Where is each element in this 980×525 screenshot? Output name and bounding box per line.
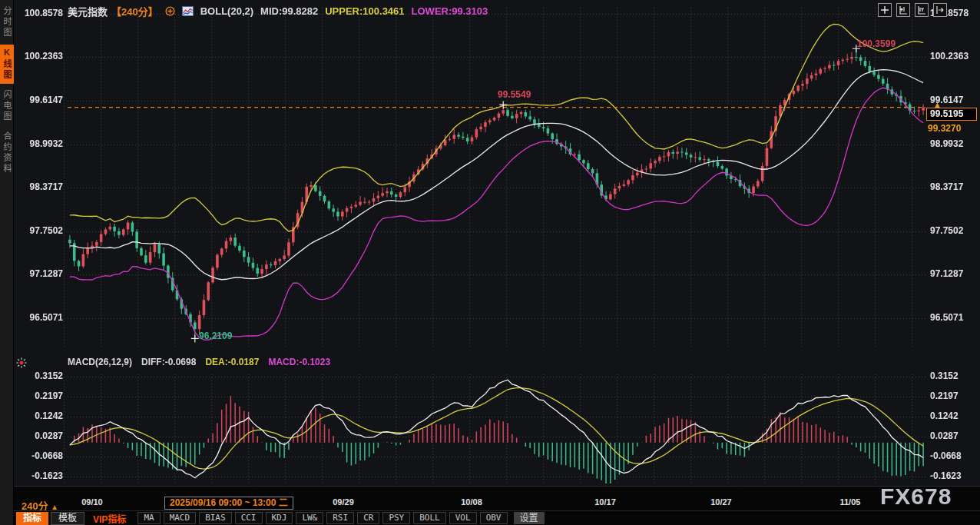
boll-lower-value: LOWER:99.3103 <box>412 5 488 17</box>
indicator-button-macd[interactable]: MACD <box>164 512 197 524</box>
macd-axis-label-right: 0.2197 <box>930 390 958 401</box>
price-axis-label-right: 98.3717 <box>930 181 963 192</box>
bar-time-tooltip: 2025/09/16 09:00 ~ 13:00 二 <box>164 497 293 510</box>
date-axis-label: 11/05 <box>827 497 873 507</box>
macd-axis-label-left: -0.0668 <box>15 450 63 461</box>
price-axis-label-left: 98.3717 <box>15 181 63 192</box>
sidebar-item-time-chart[interactable]: 分时图 <box>0 3 14 42</box>
chart-header: 美元指数 【240分】 BOLL(20,2) MID:99.8282 UPPER… <box>68 4 488 18</box>
sidebar-item-flash-chart[interactable]: 闪电图 <box>0 87 14 125</box>
macd-axis-label-left: 0.0287 <box>15 430 63 441</box>
trading-app-window: 分时图 K线图 闪电图 合约资料 美元指数 【240分】 BOLL(20,2) … <box>0 0 980 525</box>
pan-right-icon[interactable] <box>933 3 947 17</box>
indicator-button-group: MAMACDBIASCCIKDJLW&RSICRPSYBOLLVOLOBV <box>134 512 507 524</box>
macd-axis-label-right: 0.3152 <box>930 370 958 381</box>
price-axis-label-left: 96.5071 <box>15 312 63 323</box>
last-price-tag: 99.5195 <box>926 108 977 121</box>
indicator-button-bias[interactable]: BIAS <box>199 512 232 524</box>
price-axis-label-right: 96.5071 <box>930 312 963 323</box>
indicator-button-lw[interactable]: LW& <box>296 512 323 524</box>
macd-hist-value: MACD:-0.1023 <box>268 357 330 367</box>
indicator-button-psy[interactable]: PSY <box>382 512 410 524</box>
date-axis-label: 09/10 <box>69 497 115 507</box>
axis-zoom-out-icon[interactable] <box>915 3 929 17</box>
indicator-button-obv[interactable]: OBV <box>480 512 508 524</box>
indicator-button-boll[interactable]: BOLL <box>413 512 446 524</box>
period-high-annotation: 100.3599 <box>857 38 896 49</box>
fx678-watermark: FX678 <box>880 483 952 510</box>
period-badge: 【240分】 <box>111 4 158 18</box>
swing-high-annotation: 99.5549 <box>498 89 531 100</box>
price-axis-label-left: 99.6147 <box>15 95 63 105</box>
tab-indicator[interactable]: 指标 <box>16 512 48 525</box>
date-axis-label: 10/17 <box>582 497 628 507</box>
date-axis-label: 10/08 <box>449 497 495 507</box>
indicator-button-kdj[interactable]: KDJ <box>266 512 293 524</box>
indicator-button-ma[interactable]: MA <box>137 512 160 524</box>
boll-indicator-label: BOLL(20,2) <box>200 5 253 17</box>
collapse-indicator-icon[interactable] <box>165 6 175 16</box>
macd-axis-label-left: 0.2197 <box>15 390 63 401</box>
indicator-toolbar: 指标 模板 VIP指标 MAMACDBIASCCIKDJLW&RSICRPSYB… <box>14 510 980 525</box>
macd-axis-label-left: 0.3152 <box>15 370 63 381</box>
date-axis-label: 10/27 <box>698 497 744 507</box>
crosshair-move-icon[interactable] <box>878 3 892 17</box>
price-axis-label-right: 100.2363 <box>930 51 968 61</box>
macd-header: MACD(26,12,9) DIFF:-0.0698 DEA:-0.0187 M… <box>68 357 330 367</box>
axis-zoom-in-icon[interactable] <box>896 3 910 17</box>
tab-vip-indicator[interactable]: VIP指标 <box>87 512 132 525</box>
sidebar-item-contract-info[interactable]: 合约资料 <box>0 128 14 178</box>
symbol-title: 美元指数 <box>68 4 108 18</box>
secondary-price-tag: 99.3270 <box>928 123 961 134</box>
price-axis-label-left: 97.7502 <box>15 225 63 236</box>
macd-axis-label-left: -0.1623 <box>15 470 63 481</box>
boll-upper-value: UPPER:100.3461 <box>325 5 404 17</box>
macd-axis-label-left: 0.1242 <box>15 410 63 421</box>
indicator-button-cr[interactable]: CR <box>357 512 379 524</box>
mini-chart-icon[interactable] <box>182 6 194 16</box>
price-axis-label-left: 100.8578 <box>15 8 63 18</box>
indicator-button-vol[interactable]: VOL <box>449 512 477 524</box>
date-axis-label: 09/29 <box>320 497 366 507</box>
macd-axis-label-right: 0.1242 <box>930 410 958 421</box>
settings-button[interactable]: 设置 <box>514 512 545 524</box>
sidebar-item-kline-chart[interactable]: K线图 <box>0 45 14 84</box>
price-axis-label-right: 97.7502 <box>930 225 963 236</box>
price-axis-label-left: 97.1287 <box>15 268 63 279</box>
macd-indicator-label: MACD(26,12,9) <box>68 357 132 367</box>
macd-dea-value: DEA:-0.0187 <box>205 357 259 367</box>
price-axis-label-right: 98.9932 <box>930 138 963 149</box>
chart-zoom-controls <box>878 3 947 17</box>
macd-axis-label-right: 0.0287 <box>930 430 958 441</box>
chart-type-sidebar: 分时图 K线图 闪电图 合约资料 <box>0 0 14 525</box>
price-axis-label-left: 98.9932 <box>15 138 63 149</box>
macd-diff-value: DIFF:-0.0698 <box>141 357 196 367</box>
price-axis-label-left: 100.2363 <box>15 51 63 61</box>
period-low-annotation: 96.2109 <box>199 331 232 341</box>
tab-template[interactable]: 模板 <box>51 512 84 525</box>
indicator-button-cci[interactable]: CCI <box>235 512 263 524</box>
indicator-settings-icon[interactable] <box>16 357 27 371</box>
candlestick-chart-canvas[interactable] <box>14 0 980 497</box>
indicator-button-rsi[interactable]: RSI <box>326 512 354 524</box>
boll-mid-value: MID:99.8282 <box>260 5 318 17</box>
price-axis-label-right: 97.1287 <box>930 268 963 279</box>
macd-axis-label-right: -0.1623 <box>930 470 962 481</box>
macd-axis-label-right: -0.0668 <box>930 450 962 461</box>
